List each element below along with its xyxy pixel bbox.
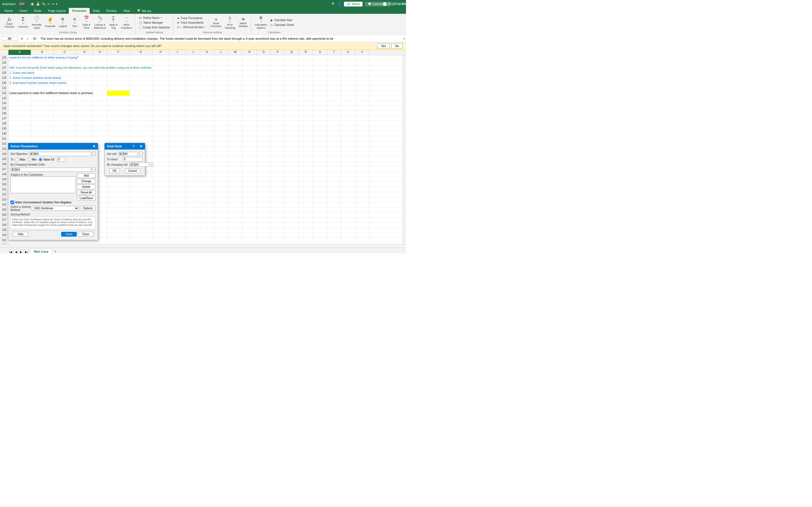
cell-O135[interactable] (257, 106, 271, 111)
cell-I130[interactable] (169, 80, 186, 86)
cell-S132[interactable] (313, 91, 327, 96)
cell-G134[interactable] (130, 101, 152, 106)
cell-B135[interactable] (31, 106, 54, 111)
cell-J146[interactable] (186, 162, 200, 167)
insert-function-btn[interactable]: 𝑓𝑥 InsertFunction (3, 16, 16, 30)
tab-draw[interactable]: Draw (31, 8, 45, 14)
cell-O147[interactable] (257, 167, 271, 172)
cell-M147[interactable] (229, 167, 243, 172)
cell-T133[interactable] (327, 96, 341, 101)
cell-M156[interactable] (229, 212, 243, 217)
cell-K127[interactable] (200, 65, 214, 70)
cell-O159[interactable] (257, 228, 271, 233)
cell-M157[interactable] (229, 217, 243, 223)
solver-add-btn[interactable]: Add (77, 173, 96, 178)
cell-I138[interactable] (169, 121, 186, 126)
trace-precedents-btn[interactable]: ➡ Trace Precedents (175, 16, 207, 20)
cell-F141[interactable] (107, 136, 130, 142)
cell-V125[interactable] (355, 55, 369, 60)
col-header-r[interactable]: R (299, 50, 313, 55)
cell-P153[interactable] (271, 197, 285, 202)
gs-set-cell-expand-btn[interactable]: ↑ (139, 152, 143, 156)
cell-T155[interactable] (327, 207, 341, 212)
cell-S143[interactable] (313, 147, 327, 152)
cell-L148[interactable] (214, 172, 229, 177)
cell-G131[interactable] (130, 86, 152, 91)
cell-Q156[interactable] (285, 212, 299, 217)
cell-J144[interactable] (186, 152, 200, 157)
cell-Q152[interactable] (285, 192, 299, 197)
cell-V160[interactable] (355, 233, 369, 238)
cell-R134[interactable] (299, 101, 313, 106)
cell-L153[interactable] (214, 197, 229, 202)
cell-T158[interactable] (327, 223, 341, 228)
cell-T135[interactable] (327, 106, 341, 111)
more-functions-btn[interactable]: ⋯ ▾ MoreFunctions (119, 15, 133, 31)
cell-P138[interactable] (271, 121, 285, 126)
cell-I127[interactable] (169, 65, 186, 70)
cell-U153[interactable] (341, 197, 355, 202)
cell-P135[interactable] (271, 106, 285, 111)
cell-V156[interactable] (355, 212, 369, 217)
cell-I149[interactable] (169, 177, 186, 182)
cell-K152[interactable] (200, 192, 214, 197)
cell-V157[interactable] (355, 217, 369, 223)
solver-method-select[interactable]: GRG Nonlinear (32, 206, 79, 211)
cell-O137[interactable] (257, 116, 271, 121)
cell-J134[interactable] (186, 101, 200, 106)
cell-J138[interactable] (186, 121, 200, 126)
cell-U150[interactable] (341, 182, 355, 187)
cell-A127[interactable]: Hint: if you've set up the Excel sheet u… (8, 65, 31, 70)
cell-F131[interactable] (107, 86, 130, 91)
cell-I141[interactable] (169, 136, 186, 142)
cell-Q148[interactable] (285, 172, 299, 177)
cell-P144[interactable] (271, 152, 285, 157)
cell-L138[interactable] (214, 121, 229, 126)
cell-H157[interactable] (152, 217, 169, 223)
cell-S133[interactable] (313, 96, 327, 101)
cell-P157[interactable] (271, 217, 285, 223)
cell-C131[interactable] (54, 86, 76, 91)
cell-M130[interactable] (229, 80, 243, 86)
cell-L158[interactable] (214, 223, 229, 228)
cell-D137[interactable] (76, 116, 93, 121)
cell-J126[interactable] (186, 60, 200, 65)
add-sheet-btn[interactable]: + (52, 248, 59, 253)
cell-U161[interactable] (341, 238, 355, 243)
cell-U132[interactable] (341, 91, 355, 96)
cell-J158[interactable] (186, 223, 200, 228)
cell-P160[interactable] (271, 233, 285, 238)
cell-N125[interactable] (243, 55, 257, 60)
cell-G161[interactable] (130, 238, 152, 243)
cell-G141[interactable] (130, 136, 152, 142)
cell-O132[interactable] (257, 91, 271, 96)
cell-L154[interactable] (214, 202, 229, 207)
cell-P145[interactable] (271, 157, 285, 162)
cell-N150[interactable] (243, 182, 257, 187)
notification-yes-btn[interactable]: Yes (377, 43, 390, 48)
solver-changing-expand-btn[interactable]: ↑ (92, 168, 96, 172)
cell-A138[interactable] (8, 121, 31, 126)
cell-V140[interactable] (355, 131, 369, 136)
formula-input[interactable]: The loom has an invoice price of $300,00… (40, 37, 402, 40)
cell-M154[interactable] (229, 202, 243, 207)
tab-view[interactable]: View (120, 8, 133, 14)
cell-R155[interactable] (299, 207, 313, 212)
col-header-o[interactable]: O (257, 50, 271, 55)
cell-D126[interactable] (76, 60, 93, 65)
cell-P142[interactable] (271, 142, 285, 147)
cell-G149[interactable] (130, 177, 152, 182)
cell-L144[interactable] (214, 152, 229, 157)
cell-J145[interactable] (186, 157, 200, 162)
cell-V151[interactable] (355, 187, 369, 192)
cell-H126[interactable] (152, 60, 169, 65)
cell-J131[interactable] (186, 86, 200, 91)
cell-T127[interactable] (327, 65, 341, 70)
solver-unconstrained-checkbox[interactable] (10, 201, 14, 204)
cell-R149[interactable] (299, 177, 313, 182)
cell-J133[interactable] (186, 96, 200, 101)
cell-Q125[interactable] (285, 55, 299, 60)
cell-T136[interactable] (327, 111, 341, 116)
cell-J140[interactable] (186, 131, 200, 136)
redo-icon[interactable]: ↪ (52, 2, 54, 6)
